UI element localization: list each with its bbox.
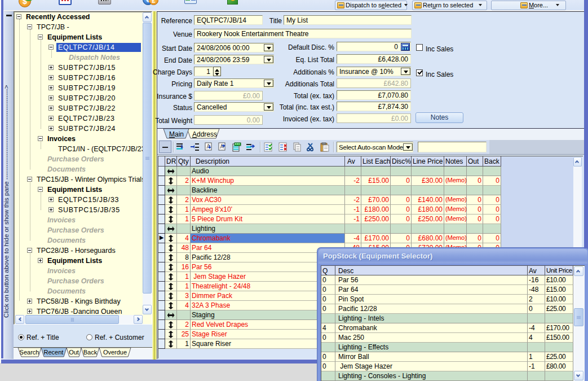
svg-text:Out: Out — [69, 349, 79, 356]
svg-text:Search: Search — [20, 349, 39, 356]
svg-text:Overdue: Overdue — [103, 349, 127, 356]
svg-text:Address: Address — [192, 130, 217, 138]
svg-text:Recent: Recent — [44, 349, 64, 356]
svg-text:Back: Back — [83, 349, 98, 356]
svg-text:Main: Main — [169, 130, 184, 138]
